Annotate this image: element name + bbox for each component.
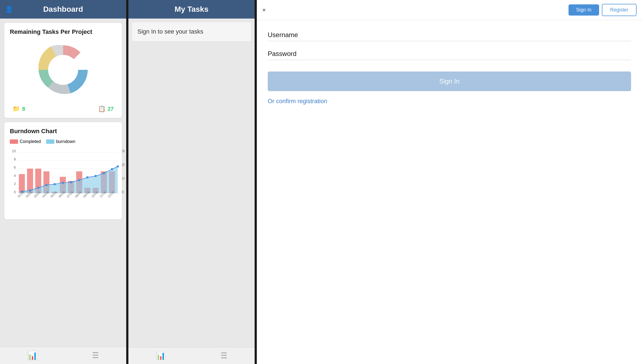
burndown-title: Burndown Chart [10, 128, 116, 135]
legend-completed-label: Completed [20, 139, 41, 144]
list-icon: 📋 [98, 105, 105, 112]
legend-burndown-box [46, 139, 54, 144]
burndown-card: Burndown Chart Completed burndown 10 8 6 [4, 122, 122, 219]
dashboard-list-icon[interactable]: ☰ [92, 351, 99, 360]
svg-rect-17 [19, 174, 25, 193]
tasks-chart-icon[interactable]: 📊 [156, 351, 166, 360]
stat-tasks-value: 27 [108, 106, 114, 112]
user-icon: 👤 [5, 5, 13, 13]
signin-form: Username Password Sign In Or confirm reg… [257, 20, 642, 364]
dashboard-title: Dashboard [43, 5, 83, 14]
remaining-tasks-title: Remaining Tasks Per Project [10, 28, 116, 35]
svg-point-33 [54, 183, 56, 185]
legend-burndown-label: burndown [56, 139, 75, 144]
svg-text:8: 8 [14, 157, 16, 161]
close-button[interactable]: × [262, 7, 266, 14]
stat-projects: 📁 8 [13, 105, 25, 112]
dashboard-chart-icon[interactable]: 📊 [27, 351, 37, 360]
tasks-content: Sign In to see your tasks [128, 19, 255, 347]
confirm-registration-link[interactable]: Or confirm registration [268, 98, 327, 105]
chart-footer: 📁 8 📋 27 [10, 105, 116, 112]
register-header-button[interactable]: Register [602, 4, 637, 16]
svg-text:0: 0 [14, 190, 16, 194]
svg-point-40 [111, 168, 113, 170]
password-label: Password [268, 50, 631, 58]
svg-text:30: 30 [122, 149, 125, 153]
dashboard-content: Remaining Tasks Per Project [0, 19, 126, 347]
legend-burndown: burndown [46, 139, 75, 144]
signin-header: × Sign In Register [257, 0, 642, 20]
burndown-legend: Completed burndown [10, 139, 116, 144]
svg-point-41 [117, 165, 119, 168]
stat-projects-value: 8 [22, 106, 25, 112]
svg-point-37 [86, 176, 89, 178]
svg-text:6: 6 [14, 165, 16, 169]
signin-panel: × Sign In Register Username Password Sig… [257, 0, 642, 364]
tasks-title: My Tasks [175, 5, 208, 14]
burndown-chart-svg: 10 8 6 4 2 0 30 20 10 0 [10, 147, 116, 214]
username-divider [268, 41, 631, 41]
dashboard-header: 👤 Dashboard [0, 0, 126, 19]
folder-icon: 📁 [13, 105, 20, 112]
signin-header-button[interactable]: Sign In [569, 4, 599, 16]
svg-text:10: 10 [122, 176, 125, 180]
svg-point-32 [45, 184, 48, 186]
legend-completed-box [10, 139, 18, 144]
tasks-nav: 📊 ☰ [128, 347, 255, 364]
donut-chart [10, 40, 116, 100]
svg-point-38 [95, 175, 97, 177]
svg-point-39 [103, 172, 105, 174]
dashboard-panel: 👤 Dashboard Remaining Tasks Per Project [0, 0, 128, 364]
stat-tasks: 📋 27 [98, 105, 114, 112]
remaining-tasks-card: Remaining Tasks Per Project [4, 23, 122, 118]
tasks-list-icon[interactable]: ☰ [220, 351, 227, 360]
tasks-header: My Tasks [128, 0, 255, 19]
signin-large-button[interactable]: Sign In [268, 71, 631, 91]
svg-point-34 [62, 182, 64, 184]
svg-text:10: 10 [12, 149, 16, 153]
password-divider [268, 60, 631, 60]
svg-point-36 [78, 179, 80, 181]
svg-text:0: 0 [122, 190, 124, 194]
tasks-panel: My Tasks Sign In to see your tasks 📊 ☰ [128, 0, 257, 364]
svg-text:4: 4 [14, 174, 16, 178]
svg-point-0 [48, 55, 78, 85]
svg-text:20: 20 [122, 163, 125, 167]
svg-point-31 [37, 187, 39, 189]
dashboard-nav: 📊 ☰ [0, 347, 126, 364]
username-label: Username [268, 31, 631, 39]
sign-in-notice: Sign In to see your tasks [132, 22, 251, 41]
svg-text:2: 2 [14, 182, 16, 186]
legend-completed: Completed [10, 139, 41, 144]
svg-point-35 [70, 181, 72, 183]
